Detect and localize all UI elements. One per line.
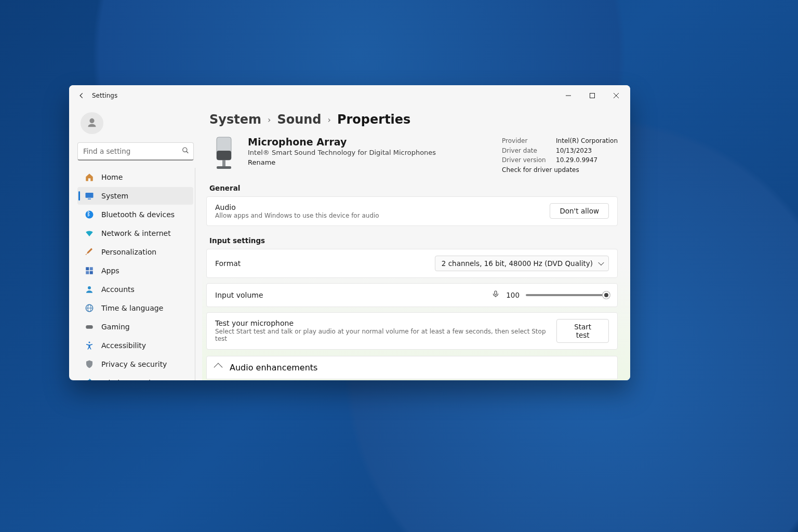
person-icon	[85, 285, 94, 294]
chevron-up-icon	[214, 363, 223, 372]
driver-meta: ProviderIntel(R) Corporation Driver date…	[502, 136, 618, 174]
sidebar-nav: HomeSystemBluetooth & devicesNetwork & i…	[75, 168, 196, 380]
sidebar-item-label: Windows Update	[101, 379, 163, 380]
breadcrumb-sound[interactable]: Sound	[277, 112, 321, 127]
svg-line-5	[187, 151, 189, 153]
breadcrumb: System › Sound › Properties	[209, 112, 618, 127]
sidebar-item-label: Network & internet	[101, 229, 171, 237]
sidebar-item-windows-update[interactable]: Windows Update	[77, 374, 193, 380]
card-audio-enhancements[interactable]: Audio enhancements	[206, 356, 618, 379]
microphone-small-icon	[491, 290, 500, 300]
svg-rect-10	[90, 267, 93, 270]
svg-rect-17	[86, 325, 93, 329]
sidebar-item-label: Personalization	[101, 248, 156, 256]
svg-point-4	[183, 148, 187, 152]
device-header: Microphone Array Intel® Smart Sound Tech…	[209, 136, 618, 174]
meta-provider-label: Provider	[502, 136, 547, 146]
brush-icon	[85, 247, 94, 257]
svg-rect-11	[86, 271, 89, 274]
sidebar-item-home[interactable]: Home	[77, 168, 193, 186]
wifi-icon	[85, 229, 94, 238]
enhancements-title: Audio enhancements	[230, 363, 317, 373]
apps-icon	[85, 266, 94, 275]
sidebar-item-gaming[interactable]: Gaming	[77, 318, 193, 336]
svg-point-13	[88, 286, 91, 289]
volume-title: Input volume	[215, 291, 263, 299]
meta-provider: Intel(R) Corporation	[556, 136, 618, 146]
sidebar-item-privacy-security[interactable]: Privacy & security	[77, 355, 193, 373]
bluetooth-icon	[85, 210, 94, 219]
user-avatar[interactable]	[81, 112, 103, 134]
shield-icon	[85, 360, 94, 369]
sidebar-item-label: Privacy & security	[101, 360, 167, 368]
audio-title: Audio	[215, 203, 379, 211]
sidebar-item-label: Gaming	[101, 323, 130, 331]
svg-rect-12	[90, 271, 93, 274]
search-input[interactable]	[78, 143, 193, 159]
update-icon	[85, 378, 94, 380]
card-input-volume: Input volume 100	[206, 283, 618, 307]
globe-icon	[85, 303, 94, 313]
card-test-mic: Test your microphone Select Start test a…	[206, 312, 618, 350]
gamepad-icon	[85, 322, 94, 331]
volume-slider[interactable]	[526, 294, 609, 296]
search-box[interactable]	[77, 142, 194, 161]
sidebar-item-personalization[interactable]: Personalization	[77, 243, 193, 261]
svg-point-18	[89, 341, 90, 343]
sidebar: HomeSystemBluetooth & devicesNetwork & i…	[69, 106, 202, 380]
search-icon	[182, 146, 189, 156]
svg-rect-9	[86, 267, 89, 270]
card-audio: Audio Allow apps and Windows to use this…	[206, 196, 618, 226]
sidebar-item-system[interactable]: System	[77, 187, 193, 205]
sidebar-item-apps[interactable]: Apps	[77, 262, 193, 280]
sidebar-item-label: Bluetooth & devices	[101, 210, 175, 219]
svg-rect-21	[222, 160, 225, 166]
sidebar-item-label: Home	[101, 173, 123, 181]
svg-rect-20	[217, 151, 231, 160]
meta-driverdate-label: Driver date	[502, 146, 547, 156]
dont-allow-button[interactable]: Don't allow	[550, 203, 609, 219]
test-sub: Select Start test and talk or play audio…	[215, 328, 556, 342]
chevron-right-icon: ›	[328, 115, 331, 125]
titlebar: Settings	[69, 85, 630, 106]
window-title: Settings	[92, 92, 117, 99]
check-driver-updates[interactable]: Check for driver updates	[502, 166, 579, 174]
audio-sub: Allow apps and Windows to use this devic…	[215, 212, 379, 219]
microphone-icon	[209, 136, 238, 172]
format-dropdown[interactable]: 2 channels, 16 bit, 48000 Hz (DVD Qualit…	[435, 256, 609, 271]
settings-window: Settings HomeSystemBluetooth &	[69, 85, 630, 380]
maximize-button[interactable]	[580, 87, 604, 104]
sidebar-item-network-internet[interactable]: Network & internet	[77, 224, 193, 242]
meta-driverdate: 10/13/2023	[556, 146, 592, 156]
sidebar-item-accessibility[interactable]: Accessibility	[77, 337, 193, 354]
sidebar-item-label: Accessibility	[101, 341, 146, 350]
sidebar-item-bluetooth-devices[interactable]: Bluetooth & devices	[77, 206, 193, 223]
start-test-button[interactable]: Start test	[556, 319, 609, 343]
back-button[interactable]	[71, 85, 92, 106]
svg-rect-1	[590, 94, 595, 98]
meta-driverver: 10.29.0.9947	[556, 155, 597, 165]
svg-rect-6	[86, 193, 94, 198]
svg-rect-7	[88, 198, 91, 200]
sidebar-item-accounts[interactable]: Accounts	[77, 281, 193, 298]
breadcrumb-system[interactable]: System	[209, 112, 261, 127]
volume-value: 100	[506, 291, 520, 299]
format-value: 2 channels, 16 bit, 48000 Hz (DVD Qualit…	[442, 259, 593, 268]
sidebar-item-label: Time & language	[101, 304, 163, 312]
sidebar-item-label: Accounts	[101, 285, 135, 294]
sidebar-item-label: System	[101, 192, 128, 200]
minimize-button[interactable]	[556, 87, 580, 104]
device-name: Microphone Array	[248, 136, 436, 148]
format-title: Format	[215, 259, 241, 268]
section-input-settings: Input settings	[209, 236, 618, 245]
sidebar-item-time-language[interactable]: Time & language	[77, 299, 193, 317]
close-button[interactable]	[604, 87, 628, 104]
device-desc: Intel® Smart Sound Technology for Digita…	[248, 149, 436, 156]
card-format: Format 2 channels, 16 bit, 48000 Hz (DVD…	[206, 249, 618, 278]
home-icon	[85, 172, 94, 182]
svg-rect-22	[217, 166, 231, 169]
breadcrumb-current: Properties	[337, 112, 410, 127]
rename-button[interactable]: Rename	[248, 158, 275, 166]
meta-driverver-label: Driver version	[502, 155, 547, 165]
system-icon	[85, 191, 94, 201]
